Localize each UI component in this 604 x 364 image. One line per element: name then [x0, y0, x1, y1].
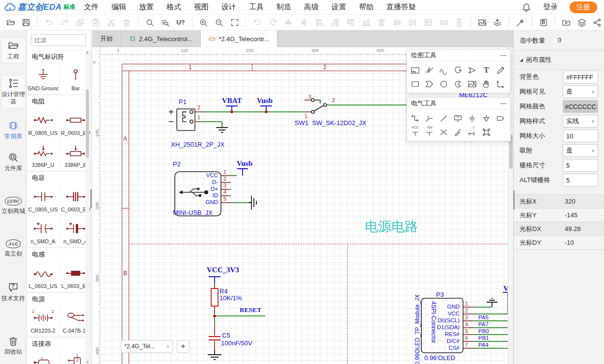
pie-tool-icon[interactable]	[451, 77, 465, 91]
add-sheet-button[interactable]: +	[177, 340, 190, 353]
rotate-right-icon[interactable]	[266, 16, 280, 29]
sidebar-item-lcsc-mall[interactable]: LCSC 立创商城	[1, 197, 26, 215]
p3-caption[interactable]: 0.96'OLED	[424, 354, 455, 362]
snap-select[interactable]: 是∨	[563, 144, 598, 157]
align-center-horizontal-icon[interactable]	[375, 16, 388, 29]
distribute-vertical-icon[interactable]	[452, 16, 466, 29]
line-tool-icon[interactable]	[437, 111, 451, 125]
save-icon[interactable]	[20, 16, 33, 29]
net-flag-vusb[interactable]: Vusb	[257, 97, 273, 105]
align-left-icon[interactable]	[313, 16, 327, 29]
sidebar-item-common-library[interactable]: 常用库	[1, 120, 26, 140]
no-connect-tool-icon[interactable]	[437, 125, 451, 139]
flip-vertical-icon[interactable]	[297, 16, 311, 29]
menu-help[interactable]: 帮助	[359, 2, 374, 12]
rectangle-tool-icon[interactable]	[408, 77, 422, 91]
bus-tool-icon[interactable]	[422, 111, 437, 125]
menu-settings[interactable]: 设置	[331, 2, 346, 12]
align-bottom-icon[interactable]	[359, 16, 373, 29]
sidebar-item-parts-library[interactable]: 元件库	[1, 152, 26, 172]
v5-flag-tool-icon[interactable]: +5V	[422, 125, 437, 139]
minimize-icon[interactable]: —	[500, 52, 506, 59]
menu-tools[interactable]: 工具	[249, 2, 264, 12]
p2-ref[interactable]: P2	[173, 160, 181, 168]
library-item-inductor-coil[interactable]: L_0603_US	[27, 260, 59, 292]
align-center-vertical-icon[interactable]	[390, 16, 404, 29]
net-label-pb1[interactable]: PB1	[478, 335, 489, 341]
vcc-flag-tool-icon[interactable]: VCC	[408, 125, 422, 139]
gnd-symbol-p3[interactable]	[487, 298, 497, 307]
net-flag-vbat[interactable]: VBAT	[222, 97, 242, 105]
sidebar-item-design-manager[interactable]: 设计管理器	[1, 75, 26, 108]
menu-live-qa[interactable]: 直播答疑	[386, 2, 416, 12]
canvas-properties-header[interactable]: ◢ 画布属性	[514, 51, 604, 70]
p3-module-name[interactable]: 0.96OLED_7P_Module_JX	[414, 294, 421, 364]
component-sw1-body[interactable]	[311, 99, 327, 113]
rotate-left-icon[interactable]	[250, 16, 264, 29]
snap-size-input[interactable]: 5	[563, 159, 598, 172]
section-title-power[interactable]: 电源电路	[365, 218, 418, 235]
c5-value[interactable]: 100nF/50V	[221, 339, 252, 347]
p1-ref[interactable]: P1	[179, 98, 187, 105]
alt-snap-input[interactable]: 5	[563, 174, 598, 186]
net-label-reset[interactable]: RESET	[240, 306, 261, 314]
project-folder-icon[interactable]	[559, 16, 573, 29]
polyline-tool-icon[interactable]	[422, 63, 437, 77]
component-r4-body[interactable]	[211, 288, 218, 306]
net-label-pa5[interactable]: PA5	[478, 314, 489, 320]
gnd-symbol-bottom[interactable]	[208, 350, 221, 360]
library-section-capacitors[interactable]: 电容	[27, 171, 92, 184]
register-button[interactable]: 注册	[570, 1, 597, 13]
library-item-gnd[interactable]: GND Ground	[27, 63, 59, 94]
image-tool-icon[interactable]	[465, 77, 479, 91]
dimension-tool-icon[interactable]	[494, 77, 508, 91]
app-logo[interactable]: 嘉立创EDA 标准	[0, 1, 75, 13]
bom-icon[interactable]: B	[537, 16, 550, 29]
library-section-power[interactable]: 电源	[27, 292, 92, 305]
grid-style-select[interactable]: 实线∨	[563, 115, 598, 128]
menu-file[interactable]: 文件	[84, 2, 99, 12]
library-section-electrical-symbols[interactable]: 电气标识符	[27, 50, 92, 63]
wire-tool-icon[interactable]	[408, 111, 422, 125]
magic-wand-icon[interactable]	[514, 16, 527, 29]
redo-icon[interactable]	[58, 16, 72, 29]
library-item-battery[interactable]: 12CR1220-2	[27, 305, 59, 337]
net-label-pa7[interactable]: PA7	[478, 321, 489, 327]
probe-tool-icon[interactable]	[451, 125, 465, 139]
tab-schematic[interactable]: 2.4G_Telecontrol...	[121, 30, 201, 47]
cut-icon[interactable]	[105, 16, 118, 29]
align-right-icon[interactable]	[329, 16, 342, 29]
r4-value[interactable]: 10K/1%	[220, 294, 242, 302]
distribute-horizontal-icon[interactable]	[437, 16, 451, 29]
menu-fabrication[interactable]: 制造	[276, 2, 291, 12]
circle-tool-icon[interactable]	[437, 77, 451, 91]
undo-icon[interactable]	[42, 16, 56, 29]
scroll-down-icon[interactable]: ∨	[85, 359, 89, 364]
menu-advanced[interactable]: 高级	[304, 2, 319, 12]
align-top-icon[interactable]	[344, 16, 357, 29]
library-item-cap-us[interactable]: C_0805_US	[27, 184, 59, 215]
distribute-icon[interactable]	[406, 16, 420, 29]
schematic-canvas[interactable]: 0 100 200 300 400 0 -100 -200 -300 -400 …	[92, 47, 513, 364]
frame-tool-icon[interactable]	[408, 63, 422, 77]
share-icon[interactable]	[591, 16, 604, 29]
library-item-cap-polarized-a[interactable]: n_SMD_A	[27, 216, 59, 247]
arc-tool-icon[interactable]	[451, 63, 465, 77]
open-icon[interactable]	[4, 16, 18, 29]
net-label-pa4[interactable]: PA4	[478, 342, 489, 348]
flip-horizontal-icon[interactable]	[282, 16, 296, 29]
sidebar-item-tech-support[interactable]: ? 技术支持	[1, 282, 26, 302]
c5-ref[interactable]: C5	[222, 332, 230, 339]
scrollbar-handle[interactable]	[86, 89, 89, 158]
paste-icon[interactable]	[89, 16, 103, 29]
net-flag-vusb-p2[interactable]: Vusb	[237, 159, 252, 168]
ground-power-tool-icon[interactable]	[479, 111, 494, 125]
library-section-connectors[interactable]: 连接器	[27, 337, 92, 350]
copy-icon[interactable]	[73, 16, 87, 29]
menu-view[interactable]: 视图	[194, 2, 209, 12]
menu-design[interactable]: 设计	[221, 2, 236, 12]
sheet-tab[interactable]: *2.4G_Tel... ∧	[121, 340, 173, 353]
filter-input[interactable]	[31, 34, 86, 46]
grid-visible-select[interactable]: 是∨	[563, 85, 598, 98]
import-changes-icon[interactable]	[491, 16, 505, 29]
